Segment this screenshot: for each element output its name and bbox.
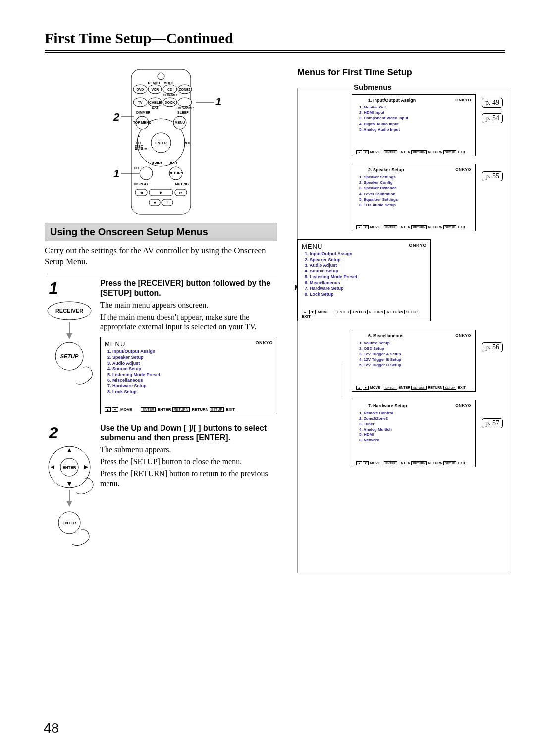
step1-p2: If the main menu doesn't appear, make su… (100, 312, 277, 332)
panel-misc: ONKYO 6. Miscellaneous 1. Volume Setup 2… (352, 330, 476, 392)
svg-text:ZONE2: ZONE2 (179, 88, 190, 91)
callout-1-bot: 1 (113, 167, 119, 180)
step-2: 2 ENTER (45, 423, 277, 553)
svg-text:⏮: ⏮ (140, 191, 143, 195)
svg-text:EXIT: EXIT (170, 161, 178, 164)
step2-heading: Use the Up and Down [ ]/[ ] buttons to s… (100, 423, 277, 443)
ref-p57: p. 57 (482, 418, 503, 428)
page-title: First Time Setup—Continued (45, 30, 505, 47)
panel-mainmenu: ONKYO MENU 1. Input/Output Assign 2. Spe… (297, 239, 431, 321)
svg-text:RCVR: RCVR (180, 101, 190, 104)
ref-p55: p. 55 (482, 171, 503, 181)
title-rule-thin (45, 52, 505, 53)
svg-text:⏸: ⏸ (166, 201, 169, 205)
step1-heading: Press the [RECEIVER] button followed by … (100, 278, 277, 298)
svg-text:SLEEP: SLEEP (177, 111, 189, 114)
svg-text:MENU: MENU (175, 121, 185, 124)
svg-text:DVD: DVD (137, 88, 144, 91)
svg-text:CH: CH (136, 141, 141, 145)
remote-illustration: REMOTE MODE DVD VCR CD ZONE2 CDR/MD TV C… (87, 67, 235, 216)
svg-text:CD: CD (167, 88, 172, 91)
svg-text:ENTER: ENTER (62, 521, 76, 525)
svg-text:CH: CH (134, 166, 139, 170)
step1-p1: The main menu appears onscreen. (100, 300, 277, 310)
ref-p49: p. 49 (482, 98, 503, 108)
svg-text:CDR/MD: CDR/MD (163, 93, 177, 97)
svg-text:RECEIVER: RECEIVER (55, 308, 83, 314)
callout-2: 2 (113, 111, 119, 124)
svg-text:DOCK: DOCK (165, 101, 175, 104)
ref-p54: p. 54 (482, 113, 503, 123)
right-heading: Menus for First Time Setup (297, 67, 515, 78)
svg-text:RETURN: RETURN (168, 171, 183, 175)
svg-text:DIMMER: DIMMER (136, 111, 150, 114)
panel-hw: ONKYO 7. Hardware Setup 1. Remote Contro… (352, 400, 476, 467)
svg-text:+: + (138, 135, 140, 138)
svg-text:SETUP: SETUP (140, 171, 152, 175)
svg-text:TV: TV (138, 101, 143, 104)
page-number: 48 (44, 720, 59, 736)
svg-text:ENTER: ENTER (62, 465, 76, 470)
svg-text:TOP MENU: TOP MENU (133, 121, 152, 124)
svg-text:ALBUM: ALBUM (135, 147, 147, 151)
svg-marker-69 (66, 501, 72, 507)
callout-1-top: 1 (215, 95, 221, 108)
svg-text:TAPE/AMP: TAPE/AMP (176, 106, 194, 109)
section-title: Using the Onscreen Setup Menus (45, 223, 277, 241)
step2-p3: Press the [RETURN] button to return to t… (100, 469, 277, 488)
svg-text:ENTER: ENTER (155, 141, 167, 145)
osd-list: 1. Input/Output Assign 2. Speaker Setup … (105, 348, 273, 398)
step-2-number: 2 (45, 423, 62, 442)
svg-text:MUTING: MUTING (175, 182, 189, 186)
label-remote-mode: REMOTE MODE (148, 81, 174, 85)
ref-p56: p. 56 (482, 342, 503, 352)
svg-text:SAT: SAT (152, 106, 159, 109)
svg-text:■: ■ (154, 201, 156, 205)
svg-text:⏭: ⏭ (179, 191, 183, 195)
svg-text:DISPLAY: DISPLAY (134, 182, 149, 186)
step2-p1: The submenu appears. (100, 445, 277, 455)
svg-point-1 (158, 73, 164, 80)
svg-marker-59 (66, 333, 72, 339)
step2-art: ENTER ENTER (45, 442, 94, 551)
svg-text:CABLE: CABLE (149, 101, 161, 104)
svg-text:VOL: VOL (184, 141, 191, 145)
panel-io: ONKYO 1. Input/Output Assign 1. Monitor … (352, 94, 476, 156)
panel-speaker: ONKYO 2. Speaker Setup 1. Speaker Settin… (352, 164, 476, 231)
step2-p2: Press the [SETUP] button to close the me… (100, 457, 277, 467)
title-rule (45, 50, 505, 51)
svg-text:VCR: VCR (152, 88, 159, 91)
osd-mainmenu-inline: ONKYO MENU 1. Input/Output Assign 2. Spe… (100, 337, 277, 414)
svg-text:GUIDE: GUIDE (152, 161, 163, 164)
intro-text: Carry out the settings for the AV contro… (45, 245, 277, 267)
step-1-number: 1 (45, 278, 62, 298)
step-1: 1 RECEIVER SETUP (45, 278, 277, 414)
step1-art: RECEIVER SETUP (45, 298, 94, 397)
svg-text:SETUP: SETUP (60, 353, 79, 359)
